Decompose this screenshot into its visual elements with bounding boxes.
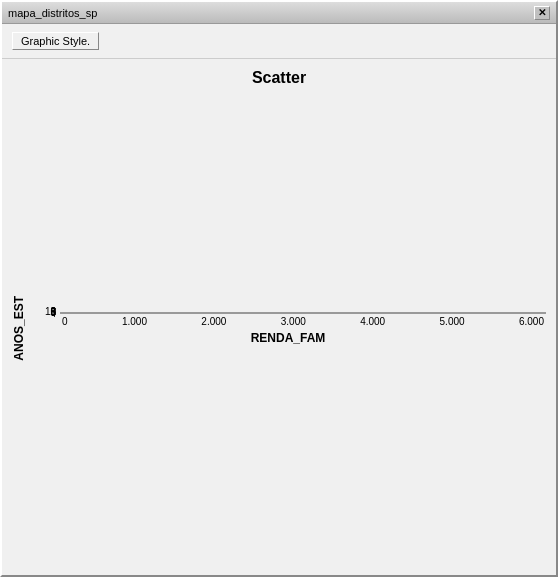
data-point [130, 312, 137, 314]
data-point [318, 312, 325, 314]
data-point [203, 312, 210, 314]
chart-area: Scatter ANOS_EST 10987654 01.0002.0003.0… [2, 59, 556, 575]
data-point [223, 312, 230, 314]
data-point [366, 312, 373, 314]
data-point [206, 312, 213, 314]
y-axis-label: ANOS_EST [12, 296, 26, 361]
data-point [145, 312, 152, 314]
data-point [143, 312, 150, 314]
data-point [181, 312, 188, 314]
data-point [230, 312, 237, 314]
y-tick: 4 [50, 308, 56, 319]
data-point [146, 312, 153, 314]
data-point [446, 312, 453, 314]
data-point [291, 312, 298, 314]
data-point [135, 312, 142, 314]
y-ticks-col: 10987654 [30, 312, 60, 327]
title-bar: mapa_distritos_sp ✕ [2, 2, 556, 24]
data-point [172, 312, 179, 314]
data-point [339, 312, 346, 314]
x-tick: 6.000 [519, 316, 544, 327]
data-point [359, 312, 366, 314]
data-point [140, 312, 147, 314]
data-point [177, 312, 184, 314]
main-window: mapa_distritos_sp ✕ Graphic Style. Scatt… [0, 0, 558, 577]
data-point [412, 312, 419, 314]
data-point [155, 312, 162, 314]
data-point [288, 312, 295, 314]
graphic-style-button[interactable]: Graphic Style. [12, 32, 99, 50]
data-point [310, 312, 317, 314]
data-point [286, 312, 293, 314]
data-point [247, 312, 254, 314]
data-point [208, 312, 215, 314]
data-point [281, 312, 288, 314]
data-point [174, 312, 181, 314]
data-point [198, 312, 205, 314]
data-point [213, 312, 220, 314]
tick-marks-wrapper: 10987654 01.0002.0003.0004.0005.0006.000 [30, 312, 546, 327]
data-point [150, 312, 157, 314]
chart-container: ANOS_EST 10987654 01.0002.0003.0004.0005… [12, 91, 546, 565]
data-point [356, 312, 363, 314]
data-point [169, 312, 176, 314]
plot-and-xticks: 01.0002.0003.0004.0005.0006.000 [60, 312, 546, 327]
x-tick: 1.000 [122, 316, 147, 327]
data-point [152, 312, 159, 314]
data-point [259, 312, 266, 314]
data-point [373, 312, 380, 314]
data-point [393, 312, 400, 314]
data-point [407, 312, 414, 314]
data-point [388, 312, 395, 314]
data-point [262, 312, 269, 314]
data-point [271, 312, 278, 314]
x-tick: 5.000 [440, 316, 465, 327]
data-point [301, 312, 308, 314]
data-point [257, 312, 264, 314]
data-point [194, 312, 201, 314]
data-point [422, 312, 429, 314]
x-tick: 4.000 [360, 316, 385, 327]
plot-area [60, 312, 546, 314]
data-point [194, 312, 201, 314]
data-point [298, 312, 305, 314]
data-point [162, 312, 169, 314]
data-point [123, 312, 130, 314]
data-point [218, 312, 225, 314]
data-point [237, 312, 244, 314]
x-tick: 0 [62, 316, 68, 327]
data-point [320, 312, 327, 314]
data-point [347, 312, 354, 314]
data-point [301, 312, 308, 314]
data-point [378, 312, 385, 314]
chart-title: Scatter [252, 69, 306, 87]
toolbar: Graphic Style. [2, 24, 556, 59]
data-point [327, 312, 334, 314]
x-tick: 3.000 [281, 316, 306, 327]
data-point [138, 312, 145, 314]
data-point [349, 312, 356, 314]
data-point [249, 312, 256, 314]
data-point [186, 312, 193, 314]
close-button[interactable]: ✕ [534, 6, 550, 20]
x-tick: 2.000 [201, 316, 226, 327]
data-point [139, 312, 146, 314]
data-point [147, 312, 154, 314]
data-point [211, 312, 218, 314]
data-point [164, 312, 171, 314]
x-ticks: 01.0002.0003.0004.0005.0006.000 [60, 316, 546, 327]
data-point [232, 312, 239, 314]
x-axis-label: RENDA_FAM [30, 331, 546, 345]
data-point [157, 312, 164, 314]
window-title: mapa_distritos_sp [8, 7, 97, 19]
data-point [201, 312, 208, 314]
data-point [266, 312, 273, 314]
data-point [276, 312, 283, 314]
data-point [279, 312, 286, 314]
data-point [240, 312, 247, 314]
data-point [330, 312, 337, 314]
data-point [196, 312, 203, 314]
data-point [471, 312, 478, 314]
data-point [252, 312, 259, 314]
data-point [228, 312, 235, 314]
